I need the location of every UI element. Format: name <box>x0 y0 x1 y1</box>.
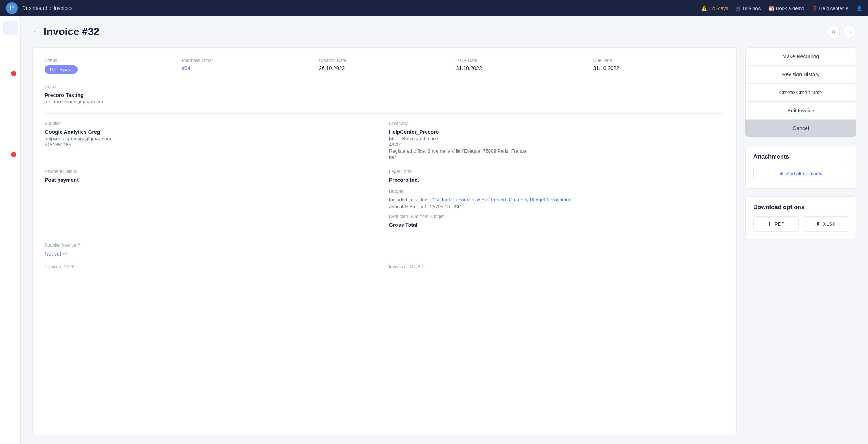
not-set-link[interactable]: Not set ✏ <box>45 251 380 257</box>
calendar-badge <box>11 152 16 157</box>
issuer-label: Issuer <box>45 84 724 89</box>
invoice-info-grid: Status Partly paid Purchase Order #34 Cr… <box>45 58 724 74</box>
page-title: Invoice #32 <box>44 26 99 38</box>
supplier-invoice-section: Supplier Invoice # Not set ✏ <box>45 243 380 257</box>
status-badge: Partly paid <box>45 65 78 74</box>
buy-now-link[interactable]: 🛒 Buy now <box>736 6 761 11</box>
purchase-order-label: Purchase Order <box>182 58 313 63</box>
budget-included-text: Included in Budget - "Budget Precoro Uni… <box>389 197 724 202</box>
revision-history-button[interactable]: Revision History <box>745 65 856 83</box>
budget-label: Budget <box>389 189 724 194</box>
supplier-name: Google Analytics Greg <box>45 129 380 135</box>
payment-label: Payment Details <box>45 169 380 174</box>
download-title: Download options <box>753 204 848 211</box>
supplier-company-section: Supplier Google Analytics Greg helpcente… <box>45 121 724 160</box>
sidebar-item-orders[interactable] <box>3 69 18 84</box>
purchase-order-field: Purchase Order #34 <box>182 58 313 74</box>
sidebar-item-chart[interactable] <box>3 134 18 149</box>
add-attachment-button[interactable]: ⊕ Add attachments <box>753 166 848 181</box>
creation-date-value: 26.10.2022 <box>319 65 345 71</box>
invoice-po-percent-field: Invoice / PO, % <box>45 264 380 272</box>
pdf-download-icon: ⬇ <box>768 221 772 227</box>
sidebar-item-calendar[interactable] <box>3 150 18 165</box>
sidebar <box>0 16 21 444</box>
divider-1 <box>45 113 724 114</box>
status-label: Status <box>45 58 176 63</box>
company-name: HelpCenter_Precoro <box>389 129 724 135</box>
warning-icon: ⚠️ <box>701 6 707 11</box>
download-buttons: ⬇ PDF ⬇ XLSX <box>753 216 848 232</box>
payment-section: Payment Details Post payment <box>45 169 380 228</box>
buy-now-icon: 🛒 <box>736 6 741 11</box>
invoice-po-row: Invoice / PO, % Invoice / PO USD <box>45 264 724 272</box>
legal-entity-subsection: Legal Entity Precoro Inc. <box>389 169 724 183</box>
sidebar-item-settings[interactable] <box>3 167 18 181</box>
due-date-value: 31.10.2022 <box>593 65 619 71</box>
company-suffix: ber <box>389 155 724 160</box>
page-header: ← Invoice #32 ✕ → <box>32 25 856 38</box>
main-content: ← Invoice #32 ✕ → Status Partly paid Pur… <box>21 16 868 444</box>
sidebar-item-people[interactable] <box>3 53 18 68</box>
bottom-grid: Supplier Invoice # Not set ✏ <box>45 237 724 257</box>
company-code: 48700 <box>389 142 724 148</box>
book-demo-icon: 📅 <box>769 6 775 11</box>
attachments-section: Attachments ⊕ Add attachments <box>745 146 856 189</box>
sidebar-item-lock[interactable] <box>3 102 18 117</box>
company-section: Company HelpCenter_Precoro Main_Register… <box>389 121 724 160</box>
orders-badge <box>11 71 16 76</box>
help-chevron-icon: ∨ <box>845 6 849 11</box>
make-recurring-button[interactable]: Make Recurring <box>745 47 856 65</box>
issue-date-label: Issue Date <box>456 58 588 63</box>
topnav: P Dashboard › Invoices ⚠️ 225 days 🛒 Buy… <box>0 0 868 16</box>
issuer-email: precoro.testing@gmail.com <box>45 99 724 104</box>
download-section: Download options ⬇ PDF ⬇ XLSX <box>745 196 856 239</box>
creation-date-label: Creation Date <box>319 58 450 63</box>
create-credit-note-button[interactable]: Create Credit Note <box>745 83 856 101</box>
sidebar-item-search[interactable] <box>3 37 18 52</box>
book-demo-link[interactable]: 📅 Book a demo <box>769 6 805 11</box>
issue-date-value: 31.10.2022 <box>456 65 482 71</box>
close-button[interactable]: ✕ <box>827 25 840 38</box>
purchase-order-link[interactable]: #34 <box>182 65 190 71</box>
back-button[interactable]: ← <box>32 28 39 36</box>
status-field: Status Partly paid <box>45 58 176 74</box>
sidebar-item-home[interactable] <box>3 21 18 35</box>
edit-invoice-button[interactable]: Edit Invoice <box>745 101 856 120</box>
user-avatar[interactable]: 👤 <box>856 6 862 11</box>
due-date-label: Due Date <box>593 58 724 63</box>
nav-right: ⚠️ 225 days 🛒 Buy now 📅 Book a demo ❓ He… <box>701 6 862 11</box>
help-center-link[interactable]: ❓ Help center ∨ <box>812 6 849 11</box>
warning-days: ⚠️ 225 days <box>701 6 728 11</box>
breadcrumb: Dashboard › Invoices <box>22 5 73 11</box>
invoice-po-usd-field: Invoice / PO USD <box>389 264 724 272</box>
sidebar-item-list[interactable] <box>3 118 18 133</box>
content-area: Status Partly paid Purchase Order #34 Cr… <box>32 47 856 435</box>
attachments-title: Attachments <box>753 153 848 160</box>
supplier-email: helpcenter.precoro@gmail.com <box>45 136 380 141</box>
xlsx-download-button[interactable]: ⬇ XLSX <box>803 216 848 232</box>
company-office: Main_Registered office <box>389 136 724 141</box>
page-title-row: ← Invoice #32 <box>32 26 99 38</box>
creation-date-field: Creation Date 26.10.2022 <box>319 58 450 74</box>
pdf-download-button[interactable]: ⬇ PDF <box>753 216 799 232</box>
legal-entity-value: Precoro Inc. <box>389 177 724 183</box>
available-amount: Available Amount : 25705.00 USD <box>389 204 724 209</box>
breadcrumb-invoices[interactable]: Invoices <box>54 5 72 11</box>
invoice-po-usd-label: Invoice / PO USD <box>389 264 724 269</box>
invoice-po-label: Invoice / PO, % <box>45 264 380 269</box>
sidebar-item-documents[interactable] <box>3 86 18 100</box>
xlsx-download-icon: ⬇ <box>816 221 820 227</box>
next-button[interactable]: → <box>843 25 856 38</box>
logo: P <box>6 2 18 14</box>
plus-circle-icon: ⊕ <box>779 171 783 176</box>
cancel-button[interactable]: Cancel <box>745 120 856 137</box>
legal-budget-section: Legal Entity Precoro Inc. Budget Include… <box>389 169 724 228</box>
breadcrumb-separator: › <box>50 5 52 11</box>
payment-value: Post payment <box>45 177 380 183</box>
company-label: Company <box>389 121 724 126</box>
edit-icon: ✏ <box>63 251 67 256</box>
breadcrumb-dashboard[interactable]: Dashboard <box>22 5 48 11</box>
supplier-label: Supplier <box>45 121 380 126</box>
legal-entity-label: Legal Entity <box>389 169 724 174</box>
budget-link[interactable]: "Budget Precoro Universal Precoro Quarte… <box>433 197 574 202</box>
